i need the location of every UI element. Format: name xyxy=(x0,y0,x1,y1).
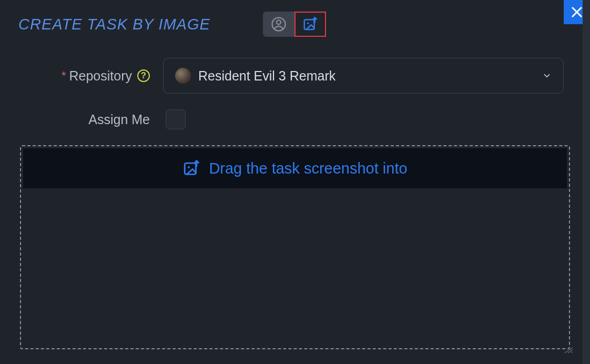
repository-selected-text: Resident Evil 3 Remark xyxy=(198,68,542,84)
dropzone[interactable]: Drag the task screenshot into xyxy=(20,145,570,349)
vertical-scrollbar[interactable] xyxy=(583,0,590,364)
upload-image-icon xyxy=(302,16,318,32)
upload-image-icon xyxy=(182,159,200,177)
tab-upload-image[interactable] xyxy=(294,12,326,37)
svg-rect-2 xyxy=(304,19,314,29)
person-circle-icon xyxy=(271,16,287,32)
repository-select-container: Resident Evil 3 Remark xyxy=(163,58,564,94)
assign-me-label-col: Assign Me xyxy=(26,112,163,127)
form-area: * Repository ? Resident Evil 3 Remark As… xyxy=(0,37,590,129)
repository-label: Repository xyxy=(69,68,133,84)
repository-select[interactable]: Resident Evil 3 Remark xyxy=(163,58,564,94)
help-icon[interactable]: ? xyxy=(137,69,150,82)
chevron-down-icon xyxy=(542,71,552,80)
tab-assign-person[interactable] xyxy=(263,12,294,37)
resize-handle[interactable] xyxy=(564,346,573,352)
svg-point-3 xyxy=(307,22,309,24)
required-indicator: * xyxy=(62,69,66,83)
dropzone-text: Drag the task screenshot into xyxy=(209,160,407,177)
repository-label-col: * Repository ? xyxy=(26,68,163,84)
repository-avatar xyxy=(175,68,191,84)
repository-row: * Repository ? Resident Evil 3 Remark xyxy=(26,58,564,94)
dropzone-inner[interactable]: Drag the task screenshot into xyxy=(23,148,567,188)
assign-me-label: Assign Me xyxy=(88,112,150,127)
assign-me-checkbox[interactable] xyxy=(166,109,186,129)
svg-rect-4 xyxy=(185,163,196,174)
header-tabs xyxy=(263,12,326,37)
assign-me-row: Assign Me xyxy=(26,109,564,129)
svg-point-5 xyxy=(188,166,190,168)
svg-point-1 xyxy=(277,20,281,24)
close-icon xyxy=(569,5,584,19)
modal-title: CREATE TASK BY IMAGE xyxy=(18,16,210,33)
modal-header: CREATE TASK BY IMAGE xyxy=(0,0,590,37)
